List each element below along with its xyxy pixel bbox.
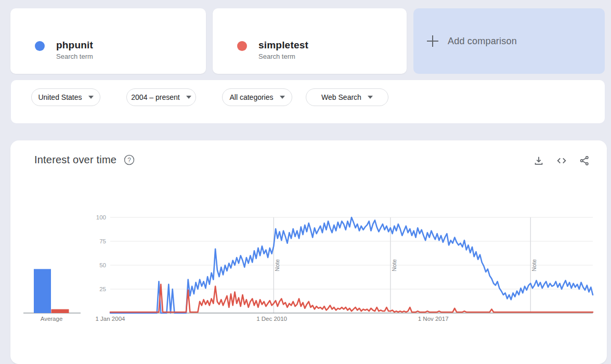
term-card-phpunit[interactable]: phpunit Search term: [10, 8, 206, 74]
svg-text:Note: Note: [274, 259, 280, 271]
svg-text:50: 50: [99, 262, 106, 268]
time-range-dropdown[interactable]: 2004 – present: [126, 88, 196, 106]
svg-text:Average: Average: [41, 316, 63, 322]
interest-over-time-card: Interest over time ?: [10, 140, 607, 364]
svg-text:1 Dec 2010: 1 Dec 2010: [256, 316, 287, 322]
svg-text:?: ?: [127, 157, 131, 164]
add-comparison-button[interactable]: Add comparison: [413, 8, 605, 74]
search-type-dropdown[interactable]: Web Search: [306, 88, 388, 106]
svg-text:1 Nov 2017: 1 Nov 2017: [418, 316, 449, 322]
term-subtitle-simpletest: Search term: [258, 53, 308, 60]
svg-text:1 Jan 2004: 1 Jan 2004: [96, 316, 126, 322]
term-subtitle-phpunit: Search term: [56, 53, 93, 60]
svg-text:100: 100: [96, 214, 106, 220]
interest-over-time-chart[interactable]: 255075100NoteNoteNoteAverage1 Jan 20041 …: [10, 140, 607, 364]
chevron-down-icon: [280, 96, 285, 99]
plus-icon: [427, 35, 438, 47]
chevron-down-icon: [88, 96, 94, 99]
term-title-phpunit: phpunit: [56, 40, 93, 51]
filter-bar: United States 2004 – present All categor…: [11, 80, 605, 123]
embed-icon[interactable]: [556, 155, 567, 166]
time-range-dropdown-label: 2004 – present: [131, 93, 179, 101]
help-icon[interactable]: ?: [124, 154, 135, 165]
category-dropdown-label: All categories: [229, 93, 273, 101]
series-dot-phpunit: [35, 41, 45, 51]
region-dropdown[interactable]: United States: [31, 88, 100, 106]
chevron-down-icon: [368, 96, 373, 99]
add-comparison-label: Add comparison: [448, 36, 517, 47]
region-dropdown-label: United States: [38, 93, 82, 101]
download-icon[interactable]: [533, 155, 544, 166]
chevron-down-icon: [186, 96, 191, 99]
svg-text:25: 25: [99, 286, 106, 292]
svg-text:Note: Note: [391, 259, 397, 271]
chart-title: Interest over time: [34, 154, 116, 166]
series-dot-simpletest: [237, 41, 247, 51]
share-icon[interactable]: [579, 155, 590, 166]
svg-text:Note: Note: [531, 259, 537, 271]
term-title-simpletest: simpletest: [258, 40, 308, 51]
search-type-dropdown-label: Web Search: [321, 93, 361, 101]
term-card-simpletest[interactable]: simpletest Search term: [213, 8, 407, 74]
svg-text:75: 75: [99, 238, 106, 244]
category-dropdown[interactable]: All categories: [222, 88, 292, 106]
